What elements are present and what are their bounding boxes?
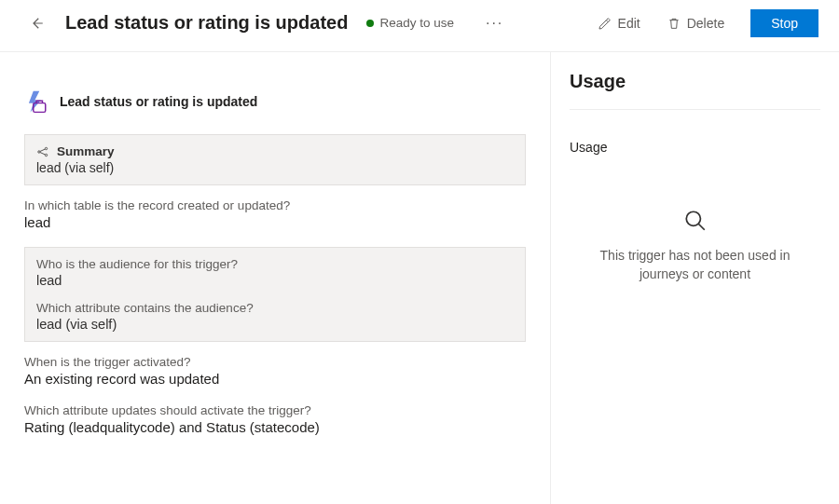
usage-empty-text: This trigger has not been used in journe… (574, 246, 817, 284)
audience-attr-value: lead (via self) (36, 317, 514, 332)
trigger-header: Lead status or rating is updated (24, 89, 526, 114)
svg-point-3 (45, 154, 47, 156)
audience-card: Who is the audience for this trigger? le… (24, 247, 526, 342)
attributes-field: Which attribute updates should activate … (24, 403, 526, 435)
trash-icon (667, 16, 681, 31)
status-badge: Ready to use (366, 16, 454, 30)
stop-button[interactable]: Stop (750, 9, 818, 37)
arrow-left-icon (28, 15, 45, 32)
share-nodes-icon (36, 145, 49, 158)
activation-label: When is the trigger activated? (24, 355, 526, 369)
audience-label: Who is the audience for this trigger? (36, 257, 514, 271)
delete-label: Delete (687, 16, 724, 31)
status-label: Ready to use (379, 16, 454, 30)
activation-field: When is the trigger activated? An existi… (24, 355, 526, 387)
magnifier-icon (683, 209, 708, 233)
svg-point-4 (686, 211, 700, 225)
attributes-value: Rating (leadqualitycode) and Status (sta… (24, 419, 526, 435)
svg-point-2 (45, 147, 47, 149)
status-dot-icon (366, 20, 374, 27)
stop-label: Stop (771, 16, 798, 31)
audience-attr-label: Which attribute contains the audience? (36, 301, 514, 315)
activation-value: An existing record was updated (24, 371, 526, 387)
summary-label: Summary (57, 144, 115, 158)
attributes-label: Which attribute updates should activate … (24, 403, 526, 417)
edit-label: Edit (618, 16, 640, 31)
pencil-icon (598, 16, 612, 31)
page-header: Lead status or rating is updated Ready t… (0, 0, 839, 52)
summary-card: Summary lead (via self) (24, 134, 526, 185)
back-button[interactable] (24, 11, 48, 35)
table-field: In which table is the record created or … (24, 198, 526, 230)
audience-value: lead (36, 273, 514, 288)
more-button[interactable]: ··· (480, 13, 509, 34)
summary-value: lead (via self) (36, 160, 514, 175)
svg-point-1 (38, 150, 40, 152)
page-title: Lead status or rating is updated (65, 12, 348, 34)
delete-button[interactable]: Delete (659, 12, 732, 34)
table-field-value: lead (24, 214, 526, 230)
trigger-icon (24, 89, 48, 114)
main-content: Lead status or rating is updated Summary… (0, 52, 550, 504)
usage-empty-state: This trigger has not been used in journe… (570, 209, 820, 284)
usage-panel-title: Usage (570, 71, 820, 110)
edit-button[interactable]: Edit (590, 12, 648, 34)
trigger-title: Lead status or rating is updated (60, 94, 257, 109)
table-field-label: In which table is the record created or … (24, 198, 526, 212)
usage-panel: Usage Usage This trigger has not been us… (550, 52, 839, 504)
usage-subtitle: Usage (570, 140, 820, 155)
